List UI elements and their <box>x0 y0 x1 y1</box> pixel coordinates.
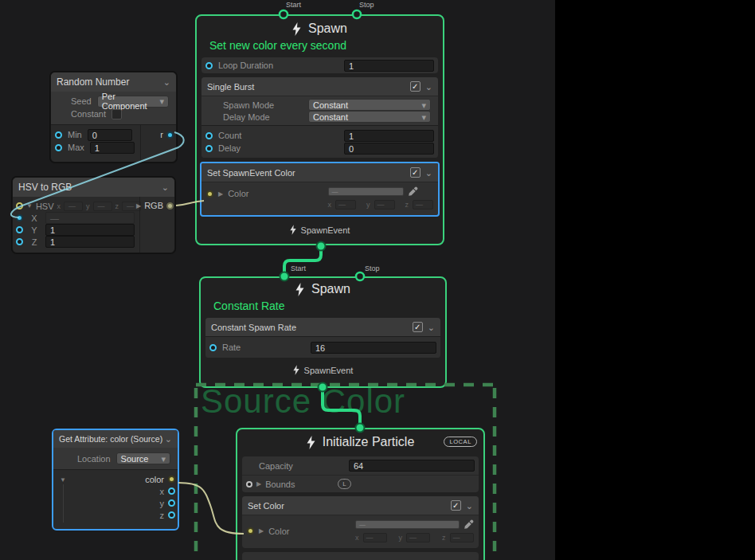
z-output-label: z <box>160 511 165 520</box>
color-swatch[interactable]: — <box>355 520 460 529</box>
node-header[interactable]: Get Attribute: color (Source) ⌄ <box>53 430 178 448</box>
z-field[interactable]: 1 <box>45 236 135 248</box>
z-input-port[interactable] <box>16 238 23 245</box>
color-y-field[interactable]: — <box>374 200 395 210</box>
collapse-chevron-icon[interactable]: ⌄ <box>162 184 169 190</box>
lightning-bolt-icon <box>290 225 296 235</box>
node-hsv-to-rgb[interactable]: HSV to RGB ⌄ ▼ HSV x — y — z — X — <box>12 177 175 253</box>
y-output-label: y <box>160 499 165 508</box>
block-title: Set Color <box>248 501 446 511</box>
collapse-chevron-icon[interactable]: ⌄ <box>165 436 172 442</box>
edge-getattribute-to-setcolor[interactable] <box>178 483 244 534</box>
color-input-port[interactable] <box>247 527 254 535</box>
eyedropper-icon[interactable] <box>408 186 418 197</box>
node-random-number[interactable]: Random Number ⌄ Seed Per Component ▾ Con… <box>50 72 177 163</box>
expand-triangle-icon[interactable]: ▶ <box>136 202 141 210</box>
y-label: Y <box>29 225 40 235</box>
color-x-field[interactable]: — <box>335 200 356 210</box>
vfx-graph-canvas[interactable]: Source Color Random Number ⌄ Seed Per Co… <box>0 0 555 560</box>
loop-duration-port[interactable] <box>205 62 213 69</box>
block-title: Constant Spawn Rate <box>211 323 408 332</box>
color-output-port[interactable] <box>168 476 175 483</box>
r-output-port[interactable] <box>166 131 174 139</box>
block-chevron-icon[interactable]: ⌄ <box>425 170 432 176</box>
bounds-label: Bounds <box>265 480 334 489</box>
y-output-port[interactable] <box>168 499 175 507</box>
x-output-label: x <box>160 487 165 496</box>
eyedropper-icon[interactable] <box>464 519 474 530</box>
block-set-color[interactable]: Set Color ✓ ⌄ ▶ Color — x — <box>242 496 479 548</box>
loop-duration-field[interactable]: 1 <box>344 60 434 72</box>
min-port[interactable] <box>55 131 62 139</box>
node-title: Random Number <box>57 76 129 88</box>
color-y-field[interactable]: — <box>406 533 430 542</box>
delay-field[interactable]: 0 <box>344 143 434 155</box>
node-header[interactable]: Random Number ⌄ <box>51 72 176 92</box>
max-port[interactable] <box>55 144 62 151</box>
x-field[interactable]: — <box>45 212 135 224</box>
y-field[interactable]: 1 <box>45 224 135 236</box>
expand-triangle-icon[interactable]: ▶ <box>218 190 223 198</box>
block-chevron-icon[interactable]: ⌄ <box>425 84 432 90</box>
y-input-port[interactable] <box>16 226 23 233</box>
node-spawn-1[interactable]: Spawn Set new color every second Loop Du… <box>195 14 444 245</box>
block-enabled-checkbox[interactable]: ✓ <box>410 81 421 92</box>
color-z-field[interactable]: — <box>413 200 433 210</box>
node-header[interactable]: HSV to RGB ⌄ <box>13 178 174 197</box>
block-set-spawnevent-color[interactable]: Set SpawnEvent Color ✓ ⌄ ▶ Color — x <box>200 162 440 217</box>
seed-dropdown[interactable]: Per Component ▾ <box>97 96 169 108</box>
x-output-port[interactable] <box>168 488 175 495</box>
count-port[interactable] <box>205 132 213 139</box>
color-swatch[interactable]: — <box>328 187 404 196</box>
delay-mode-dropdown[interactable]: Constant ▾ <box>308 111 431 123</box>
expand-triangle-icon[interactable]: ▶ <box>256 480 261 488</box>
node-get-attribute-color[interactable]: Get Attribute: color (Source) ⌄ Location… <box>52 429 179 531</box>
color-output-label: color <box>145 475 164 484</box>
min-label: Min <box>68 130 82 139</box>
count-field[interactable]: 1 <box>344 130 434 142</box>
node-initialize-particle[interactable]: LOCAL Initialize Particle Capacity 64 ▶ … <box>236 428 485 560</box>
hsv-port[interactable] <box>16 202 23 210</box>
block-single-burst[interactable]: Single Burst ✓ ⌄ Spawn Mode Constant ▾ D… <box>201 77 438 158</box>
block-enabled-checkbox[interactable]: ✓ <box>410 167 421 178</box>
min-field[interactable]: 0 <box>88 129 132 141</box>
x-input-port[interactable] <box>16 214 23 221</box>
next-block-partial[interactable] <box>242 552 479 560</box>
spawn-mode-dropdown[interactable]: Constant ▾ <box>308 99 431 111</box>
node-title-row[interactable]: Spawn <box>197 16 443 36</box>
expand-triangle-icon[interactable]: ▶ <box>259 527 264 535</box>
collapse-chevron-icon[interactable]: ⌄ <box>163 79 170 85</box>
capacity-field[interactable]: 64 <box>349 460 475 472</box>
stop-port-label: Stop <box>359 1 374 9</box>
bounds-port[interactable] <box>246 481 252 488</box>
constant-checkbox[interactable] <box>111 109 122 119</box>
block-enabled-checkbox[interactable]: ✓ <box>413 322 423 332</box>
local-space-badge[interactable]: LOCAL <box>444 437 477 447</box>
rate-field[interactable]: 16 <box>311 342 436 354</box>
block-chevron-icon[interactable]: ⌄ <box>466 503 473 509</box>
lightning-bolt-icon <box>307 436 315 449</box>
color-input-port[interactable] <box>206 190 213 198</box>
spawn-event-label: SpawnEvent <box>304 366 354 375</box>
color-z-field[interactable]: — <box>450 533 474 542</box>
rate-port[interactable] <box>209 344 217 351</box>
block-chevron-icon[interactable]: ⌄ <box>428 324 435 331</box>
dropdown-arrow-icon: ▾ <box>159 98 164 104</box>
block-constant-spawn-rate[interactable]: Constant Spawn Rate ✓ ⌄ Rate 16 <box>205 318 440 358</box>
node-title-row[interactable]: Spawn <box>201 278 445 296</box>
hsv-y-field[interactable]: — <box>93 202 112 211</box>
block-enabled-checkbox[interactable]: ✓ <box>451 500 461 511</box>
color-x-field[interactable]: — <box>363 533 387 542</box>
stop-port-label: Stop <box>365 264 380 272</box>
hsv-x-field[interactable]: — <box>64 202 83 211</box>
expand-triangle-icon[interactable]: ▼ <box>60 476 66 484</box>
dropdown-arrow-icon: ▾ <box>161 456 166 462</box>
node-title: Initialize Particle <box>323 435 415 449</box>
location-dropdown[interactable]: Source ▾ <box>116 452 170 464</box>
rgb-output-port[interactable] <box>166 202 174 210</box>
node-spawn-2[interactable]: Spawn Constant Rate Constant Spawn Rate … <box>199 276 447 388</box>
expand-triangle-icon[interactable]: ▼ <box>26 202 33 210</box>
delay-port[interactable] <box>205 145 213 152</box>
z-output-port[interactable] <box>168 511 175 519</box>
max-field[interactable]: 1 <box>90 142 135 154</box>
